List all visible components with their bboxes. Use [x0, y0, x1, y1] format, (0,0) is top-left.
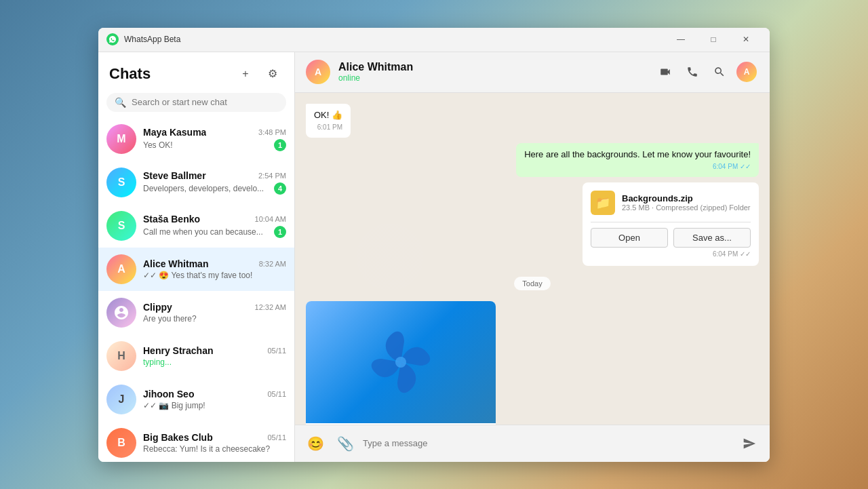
- chat-name-maya: Maya Kasuma: [143, 127, 206, 138]
- app-title: WhatsApp Beta: [124, 35, 180, 44]
- new-chat-button[interactable]: +: [235, 63, 256, 85]
- bubble-time-backgrounds: 6:04 PM ✓✓: [524, 162, 751, 172]
- chat-preview-stasa: Call me when you can because...: [143, 227, 270, 237]
- chat-item-steve[interactable]: S Steve Ballmer 2:54 PM Developers, deve…: [98, 161, 294, 204]
- badge-steve: 4: [274, 182, 286, 195]
- chat-info-stasa: Staša Benko 10:04 AM Call me when you ca…: [143, 214, 286, 238]
- date-divider: Today: [306, 277, 759, 290]
- chat-header-status: online: [338, 73, 645, 83]
- chat-name-clippy: Clippy: [143, 302, 172, 313]
- message-input[interactable]: [363, 438, 732, 448]
- chat-time-stasa: 10:04 AM: [255, 215, 286, 223]
- chat-info-henry: Henry Strachan 05/11 typing...: [143, 345, 286, 367]
- chat-time-alice: 8:32 AM: [259, 260, 286, 268]
- file-bubble: 📁 Backgrounds.zip 23.5 MB · Compressed (…: [583, 182, 759, 266]
- bubble-time-ok: 6:01 PM: [314, 123, 342, 132]
- chat-item-jihoon[interactable]: J Jihoon Seo 05/11 ✓✓ 📷 Big jump!: [98, 378, 294, 421]
- sidebar-header-actions: + ⚙: [235, 63, 283, 85]
- avatar-steve: S: [106, 168, 136, 197]
- save-file-button[interactable]: Save as...: [673, 228, 751, 248]
- search-icon: 🔍: [115, 97, 126, 108]
- avatar-bigbakes: B: [106, 428, 136, 458]
- chat-panel: A Alice Whitman online A: [295, 52, 770, 462]
- video-call-button[interactable]: [653, 60, 677, 84]
- chat-time-steve: 2:54 PM: [258, 172, 286, 180]
- sidebar-title: Chats: [109, 65, 151, 83]
- chat-preview-alice: ✓✓ 😍 Yes that's my fave too!: [143, 271, 286, 280]
- chat-name-alice: Alice Whitman: [143, 258, 208, 269]
- file-name: Backgrounds.zip: [622, 193, 751, 203]
- avatar-maya: M: [106, 124, 136, 154]
- voice-call-button[interactable]: [680, 60, 705, 84]
- chat-info-bigbakes: Big Bakes Club 05/11 Rebecca: Yum! Is it…: [143, 432, 286, 454]
- search-bar[interactable]: 🔍: [106, 93, 286, 112]
- message-text-ok: OK! 👍: [314, 110, 342, 120]
- emoji-button[interactable]: 😊: [303, 431, 328, 456]
- title-bar-left: WhatsApp Beta: [106, 33, 180, 45]
- chat-item-henry[interactable]: H Henry Strachan 05/11 typing...: [98, 334, 294, 378]
- contact-avatar-img: A: [736, 62, 757, 82]
- chat-preview-jihoon: ✓✓ 📷 Big jump!: [143, 401, 286, 410]
- chat-name-henry: Henry Strachan: [143, 345, 213, 356]
- chat-name-steve: Steve Ballmer: [143, 170, 206, 181]
- chat-item-alice[interactable]: A Alice Whitman 8:32 AM ✓✓ 😍 Yes that's …: [98, 248, 294, 291]
- chat-item-stasa[interactable]: S Staša Benko 10:04 AM Call me when you …: [98, 204, 294, 248]
- attach-button[interactable]: 📎: [333, 431, 357, 456]
- file-time: 6:04 PM ✓✓: [591, 250, 751, 258]
- message-text-backgrounds: Here are all the backgrounds. Let me kno…: [524, 149, 751, 159]
- chat-name-jihoon: Jihoon Seo: [143, 389, 194, 399]
- search-input[interactable]: [132, 97, 278, 107]
- date-pill: Today: [514, 277, 550, 290]
- avatar-alice: A: [106, 254, 136, 284]
- sidebar: Chats + ⚙ 🔍 M Maya Kasuma 3:48 PM: [98, 52, 295, 462]
- minimize-button[interactable]: —: [665, 29, 696, 50]
- main-content: Chats + ⚙ 🔍 M Maya Kasuma 3:48 PM: [98, 52, 770, 462]
- file-size: 23.5 MB · Compressed (zipped) Folder: [622, 203, 751, 212]
- app-icon: [106, 33, 119, 45]
- chat-header-info: Alice Whitman online: [338, 61, 645, 83]
- chat-preview-henry: typing...: [143, 357, 286, 367]
- svg-point-0: [395, 357, 406, 368]
- windows-logo-svg: [367, 328, 435, 396]
- chat-preview-steve: Developers, developers, develo...: [143, 184, 270, 193]
- chat-preview-maya: Yes OK!: [143, 140, 270, 150]
- chat-info-maya: Maya Kasuma 3:48 PM Yes OK! 1: [143, 127, 286, 151]
- chat-time-jihoon: 05/11: [267, 390, 286, 398]
- chat-preview-bigbakes: Rebecca: Yum! Is it a cheesecake?: [143, 444, 286, 454]
- chat-time-maya: 3:48 PM: [258, 128, 286, 136]
- search-chat-button[interactable]: [707, 60, 732, 84]
- chat-info-clippy: Clippy 12:32 AM Are you there?: [143, 302, 286, 324]
- avatar-stasa: S: [106, 211, 136, 241]
- badge-maya: 1: [274, 139, 286, 151]
- input-area: 😊 📎: [295, 425, 770, 462]
- send-button[interactable]: [737, 431, 762, 456]
- file-details: Backgrounds.zip 23.5 MB · Compressed (zi…: [622, 193, 751, 212]
- close-button[interactable]: ✕: [730, 29, 762, 50]
- settings-button[interactable]: ⚙: [262, 63, 283, 85]
- chat-item-bigbakes[interactable]: B Big Bakes Club 05/11 Rebecca: Yum! Is …: [98, 421, 294, 462]
- message-backgrounds-text: Here are all the backgrounds. Let me kno…: [516, 143, 759, 177]
- chat-item-maya[interactable]: M Maya Kasuma 3:48 PM Yes OK! 1: [98, 117, 294, 161]
- chat-item-clippy[interactable]: Clippy 12:32 AM Are you there?: [98, 291, 294, 334]
- chat-time-bigbakes: 05/11: [267, 433, 286, 442]
- window-controls: — □ ✕: [665, 29, 762, 50]
- image-bubble: This is beautiful! 8:15 AM: [306, 301, 496, 425]
- chat-name-bigbakes: Big Bakes Club: [143, 432, 213, 443]
- bubble-backgrounds-text: Here are all the backgrounds. Let me kno…: [516, 143, 759, 177]
- chat-time-clippy: 12:32 AM: [255, 303, 286, 311]
- chat-info-jihoon: Jihoon Seo 05/11 ✓✓ 📷 Big jump!: [143, 389, 286, 410]
- chat-header: A Alice Whitman online A: [295, 52, 770, 93]
- file-actions: Open Save as...: [591, 222, 751, 248]
- app-window: WhatsApp Beta — □ ✕ Chats + ⚙ 🔍: [98, 28, 770, 462]
- avatar-jihoon: J: [106, 385, 136, 414]
- open-file-button[interactable]: Open: [591, 228, 668, 248]
- contact-avatar-button[interactable]: A: [734, 60, 759, 84]
- maximize-button[interactable]: □: [698, 29, 729, 50]
- chat-info-steve: Steve Ballmer 2:54 PM Developers, develo…: [143, 170, 286, 195]
- chat-header-actions: A: [653, 60, 759, 84]
- chat-name-stasa: Staša Benko: [143, 214, 200, 224]
- chat-header-name: Alice Whitman: [338, 61, 645, 73]
- title-bar: WhatsApp Beta — □ ✕: [98, 28, 770, 52]
- file-icon: 📁: [591, 191, 615, 215]
- image-placeholder: [306, 301, 496, 423]
